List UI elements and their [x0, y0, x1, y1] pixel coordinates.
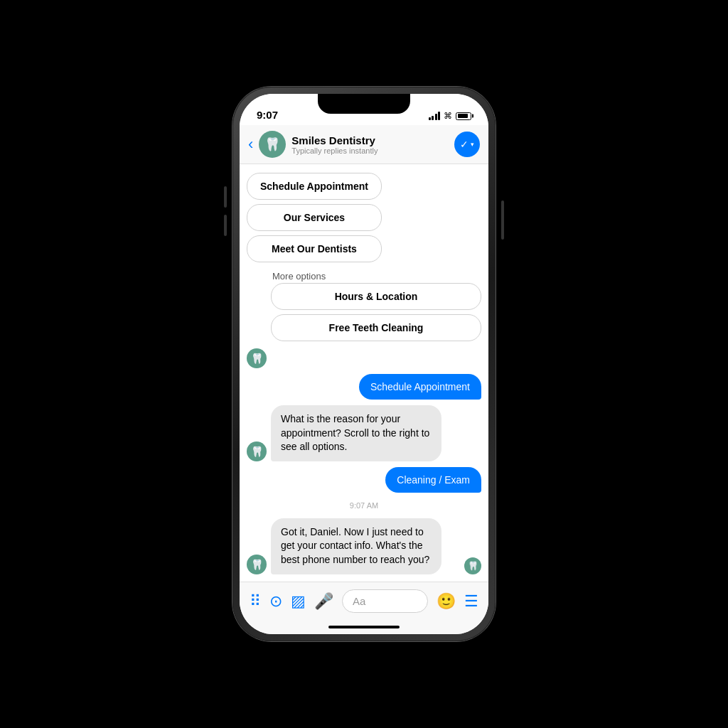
bot-avatar-1: 🦷 — [247, 348, 267, 368]
camera-icon[interactable]: ⊙ — [269, 592, 282, 611]
meet-our-dentists-quick-reply[interactable]: Meet Our Dentists — [247, 235, 382, 262]
home-indicator — [240, 620, 488, 634]
chat-area[interactable]: Schedule Appointment Our Services Meet O… — [240, 164, 488, 582]
back-button[interactable]: ‹ — [248, 135, 253, 154]
wifi-icon: ⌘ — [444, 111, 452, 121]
user-bubble-cleaning: Cleaning / Exam — [385, 467, 481, 493]
chat-header: ‹ 🦷 Smiles Dentistry Typically replies i… — [240, 125, 488, 164]
user-bubble-schedule: Schedule Appointment — [359, 374, 481, 400]
bot-quick-reply-group: Schedule Appointment Our Services Meet O… — [247, 173, 481, 262]
status-icons: ⌘ — [429, 111, 472, 121]
home-bar — [328, 626, 400, 628]
apps-icon[interactable]: ⠿ — [250, 592, 261, 611]
bot-bubble-1: What is the reason for your appointment?… — [271, 405, 441, 461]
header-info: Smiles Dentistry Typically replies insta… — [291, 134, 449, 155]
hours-location-button[interactable]: Hours & Location — [271, 283, 481, 310]
signal-icon — [429, 112, 441, 120]
schedule-appointment-quick-reply[interactable]: Schedule Appointment — [247, 173, 382, 200]
message-input[interactable]: Aa — [342, 589, 428, 613]
notch — [318, 94, 410, 114]
menu-icon[interactable]: ☰ — [464, 592, 478, 611]
dentist-status: Typically replies instantly — [291, 146, 449, 155]
status-bar: 9:07 ⌘ — [240, 94, 488, 125]
free-teeth-cleaning-button[interactable]: Free Teeth Cleaning — [271, 314, 481, 341]
photo-icon[interactable]: ▨ — [291, 592, 306, 611]
timestamp: 9:07 AM — [247, 501, 481, 510]
mic-icon[interactable]: 🎤 — [314, 592, 333, 611]
phone-screen: 9:07 ⌘ ‹ 🦷 Smiles Dentistry Typical — [240, 94, 488, 634]
checkmark-icon: ✓ — [460, 139, 469, 150]
phone-frame: 9:07 ⌘ ‹ 🦷 Smiles Dentistry Typical — [232, 87, 496, 641]
bot-avatar-3: 🦷 — [247, 555, 267, 574]
our-services-quick-reply[interactable]: Our Services — [247, 204, 382, 231]
dentist-name: Smiles Dentistry — [291, 134, 449, 146]
more-options-section: More options Hours & Location Free Teeth… — [247, 268, 481, 341]
bot-avatar-2: 🦷 — [247, 441, 267, 461]
bot-avatar-small-right: 🦷 — [464, 557, 481, 574]
action-button[interactable]: ✓ ▾ — [454, 132, 480, 157]
bot-avatar-row: 🦷 — [247, 348, 481, 368]
quick-reply-buttons: Schedule Appointment Our Services Meet O… — [247, 173, 382, 262]
bot-response-group-2: 🦷 Got it, Daniel. Now I just need to get… — [247, 518, 481, 574]
vol-up-button — [224, 186, 227, 208]
vol-down-button — [224, 215, 227, 236]
more-options-buttons: Hours & Location Free Teeth Cleaning — [271, 283, 481, 341]
power-button — [501, 200, 504, 240]
bot-bubble-2: Got it, Daniel. Now I just need to get y… — [271, 518, 441, 574]
more-options-label: More options — [271, 271, 481, 282]
battery-icon — [456, 112, 471, 120]
dentist-avatar: 🦷 — [259, 131, 286, 158]
chat-toolbar: ⠿ ⊙ ▨ 🎤 Aa 🙂 ☰ — [240, 582, 488, 620]
bot-response-group-1: 🦷 What is the reason for your appointmen… — [247, 405, 481, 461]
user-message-schedule: Schedule Appointment — [247, 374, 481, 400]
status-time: 9:07 — [257, 109, 278, 121]
emoji-icon[interactable]: 🙂 — [437, 592, 456, 611]
user-message-cleaning: Cleaning / Exam — [247, 467, 481, 493]
chevron-down-icon: ▾ — [471, 141, 474, 148]
